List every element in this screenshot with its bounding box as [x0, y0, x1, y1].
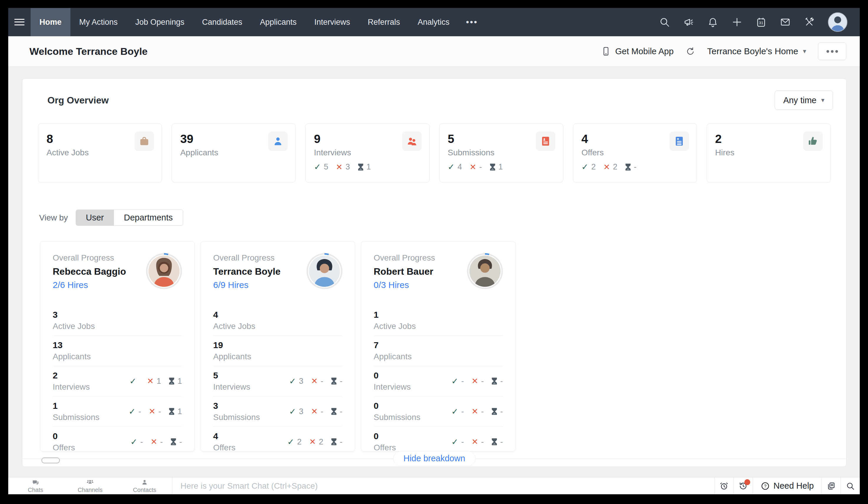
smart-chat-input[interactable]: [180, 481, 714, 491]
mail-icon[interactable]: [780, 17, 791, 28]
nav-item-referrals[interactable]: Referrals: [359, 8, 409, 36]
chevron-down-icon: ▾: [803, 48, 806, 55]
home-selector-dropdown[interactable]: Terrance Boyle's Home ▾: [707, 46, 806, 56]
check-icon: ✓: [131, 437, 137, 447]
hourglass-icon: [169, 407, 175, 415]
user-stat-row: 4Active Jobs: [213, 305, 342, 336]
x-icon: ✕: [603, 162, 610, 172]
user-stat-row: 5Interviews✓3✕--: [213, 366, 342, 396]
need-help-button[interactable]: ? Need Help: [753, 477, 822, 494]
contact-person-icon: [141, 478, 148, 486]
view-by-option-departments[interactable]: Departments: [114, 210, 183, 225]
check-count: 2: [297, 437, 301, 446]
hires-link[interactable]: 6/9 Hires: [213, 280, 248, 290]
nav-more-button[interactable]: •••: [458, 8, 486, 36]
pending-count: -: [500, 407, 503, 416]
rejected-count: 3: [345, 162, 350, 172]
nav-item-applicants[interactable]: Applicants: [251, 8, 306, 36]
tools-icon[interactable]: [804, 17, 815, 28]
reminders-button[interactable]: [714, 477, 733, 494]
chat-tab-label: Chats: [28, 487, 43, 493]
hires-link[interactable]: 2/6 Hires: [53, 280, 88, 290]
doc-person-icon: [536, 131, 555, 151]
view-by-option-user[interactable]: User: [76, 210, 114, 225]
nav-item-my-actions[interactable]: My Actions: [70, 8, 127, 36]
row-value: 4: [213, 310, 255, 320]
hourglass-icon: [331, 438, 337, 446]
calendar-icon[interactable]: 31: [755, 17, 767, 28]
rejected-count: -: [160, 437, 163, 446]
status-breakdown: ✓✕11: [130, 376, 182, 386]
user-stat-row: 2Interviews✓✕11: [53, 366, 182, 396]
pending-count: -: [340, 407, 342, 416]
x-icon: ✕: [336, 162, 343, 172]
chat-tabs: ChatsChannelsContacts: [8, 477, 172, 494]
row-value: 0: [374, 401, 421, 411]
check-count: -: [461, 377, 464, 386]
status-breakdown: ✓-✕--: [451, 407, 503, 416]
row-value: 1: [53, 401, 100, 411]
chat-search-button[interactable]: [841, 477, 860, 494]
nav-item-analytics[interactable]: Analytics: [409, 8, 458, 36]
pending-count: 1: [177, 407, 182, 416]
bell-icon[interactable]: [707, 17, 719, 28]
chat-tab-contacts[interactable]: Contacts: [117, 477, 172, 494]
avatar: [307, 253, 342, 289]
nav-item-job-openings[interactable]: Job Openings: [127, 8, 194, 36]
row-value: 0: [53, 431, 75, 441]
chat-tab-chats[interactable]: Chats: [8, 477, 63, 494]
feedback-button[interactable]: [822, 477, 841, 494]
alarm-clock-icon: [719, 481, 729, 491]
row-label: Submissions: [213, 413, 260, 422]
status-breakdown: ✓-✕--: [131, 437, 182, 447]
pending-count: -: [500, 377, 503, 386]
nav-item-candidates[interactable]: Candidates: [193, 8, 251, 36]
status-breakdown: ✓-✕--: [451, 437, 503, 447]
svg-text:?: ?: [764, 484, 766, 488]
megaphone-icon[interactable]: [683, 17, 694, 28]
header-more-button[interactable]: [818, 42, 846, 60]
x-icon: ✕: [151, 437, 157, 446]
row-value: 13: [53, 340, 91, 350]
row-label: Active Jobs: [374, 322, 416, 331]
history-button[interactable]: [733, 477, 753, 494]
row-label: Applicants: [374, 352, 412, 361]
row-label: Applicants: [213, 352, 251, 361]
copy-documents-icon: [826, 481, 836, 491]
user-avatar[interactable]: [828, 12, 847, 32]
org-stat-card: 4 Offers ✓2✕2-: [573, 123, 697, 182]
x-icon: ✕: [472, 407, 478, 416]
hires-link[interactable]: 0/3 Hires: [374, 280, 409, 290]
hide-breakdown-button[interactable]: Hide breakdown: [393, 451, 476, 466]
time-filter-button[interactable]: Any time ▾: [775, 90, 833, 110]
user-stat-row: 3Active Jobs: [53, 305, 182, 336]
plus-icon[interactable]: [731, 17, 743, 28]
hourglass-icon: [492, 407, 497, 415]
row-value: 0: [374, 371, 411, 381]
x-icon: ✕: [309, 437, 316, 446]
search-icon[interactable]: [659, 17, 670, 28]
row-label: Interviews: [53, 382, 90, 392]
x-icon: ✕: [469, 162, 476, 172]
chat-tab-channels[interactable]: Channels: [63, 477, 117, 494]
refresh-icon[interactable]: [685, 46, 695, 56]
avatar: [146, 253, 182, 289]
hamburger-menu-icon[interactable]: [8, 8, 31, 36]
row-value: 0: [374, 431, 396, 441]
pending-count: -: [340, 377, 342, 386]
nav-item-home[interactable]: Home: [31, 8, 70, 36]
status-breakdown: ✓3✕--: [289, 376, 342, 386]
top-navbar: HomeMy ActionsJob OpeningsCandidatesAppl…: [8, 8, 860, 36]
nav-item-interviews[interactable]: Interviews: [305, 8, 359, 36]
chat-tab-label: Contacts: [133, 487, 156, 493]
row-value: 19: [213, 340, 251, 350]
row-label: Applicants: [53, 352, 91, 361]
horizontal-scrollbar[interactable]: [42, 457, 60, 463]
pending-count: -: [500, 437, 503, 446]
user-name: Robert Bauer: [374, 266, 435, 277]
org-overview-title: Org Overview: [48, 95, 108, 106]
row-label: Submissions: [374, 413, 421, 422]
get-mobile-app-button[interactable]: Get Mobile App: [601, 46, 673, 56]
check-icon: ✓: [581, 162, 588, 172]
check-icon: ✓: [287, 437, 294, 447]
